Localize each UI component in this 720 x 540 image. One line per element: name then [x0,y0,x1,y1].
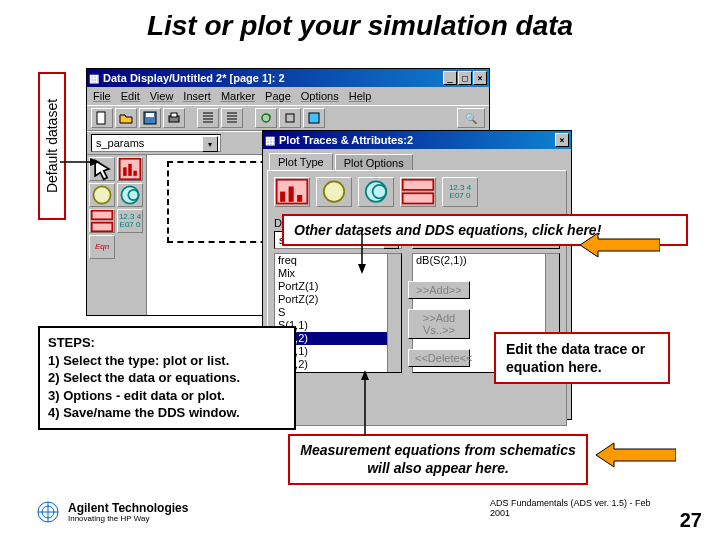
arrow-meas-eqns [350,370,380,436]
scrollbar[interactable] [387,254,401,372]
svg-marker-29 [358,264,366,274]
svg-point-13 [121,186,138,203]
polar-plot-icon[interactable] [89,183,115,207]
steps-heading: STEPS: [48,334,286,352]
svg-rect-6 [286,114,294,122]
list-item[interactable]: PortZ(2) [275,293,401,306]
zoom-icon[interactable] [279,108,301,128]
svg-rect-16 [92,223,113,232]
window-title: Data Display/Untitled 2* [page 1]: 2 [103,72,285,84]
menu-file[interactable]: File [93,90,111,102]
close-button[interactable]: × [473,71,487,85]
refresh-icon[interactable] [255,108,277,128]
logo: Agilent Technologies Innovating the HP W… [34,498,188,526]
stack-plot-icon[interactable] [89,209,115,233]
list-item[interactable]: Mix [275,267,401,280]
arrow-other-datasets [352,234,372,274]
list-item[interactable]: freq [275,254,401,267]
type-polar-icon[interactable] [316,177,352,207]
maximize-button[interactable]: □ [458,71,472,85]
add-vs-button[interactable]: >>Add Vs..>> [408,309,470,339]
menu-marker[interactable]: Marker [221,90,255,102]
toolbar-main: 🔍 [87,105,489,131]
logo-tagline: Innovating the HP Way [68,514,188,523]
default-dataset-label: Default dataset [38,72,66,220]
type-smith-icon[interactable] [358,177,394,207]
dialog-icon: ▦ [265,134,275,147]
menu-edit[interactable]: Edit [121,90,140,102]
svg-rect-20 [297,195,302,202]
svg-marker-27 [90,158,100,166]
add-button[interactable]: >>Add>> [408,281,470,299]
callout-edit-trace: Edit the data trace or equation here. [494,332,670,384]
save-icon[interactable] [139,108,161,128]
menu-insert[interactable]: Insert [183,90,211,102]
zoom-in-icon[interactable]: 🔍 [457,108,485,128]
svg-rect-18 [280,192,285,202]
steps-box: STEPS: 1) Select the type: plot or list.… [38,326,296,430]
type-list-icon[interactable]: 12.3 4 E07 0 [442,177,478,207]
svg-rect-2 [146,113,154,117]
menu-options[interactable]: Options [301,90,339,102]
new-icon[interactable] [91,108,113,128]
svg-rect-10 [128,164,131,176]
titlebar-main[interactable]: ▦ Data Display/Untitled 2* [page 1]: 2 _… [87,69,489,87]
svg-point-22 [366,182,386,202]
menu-view[interactable]: View [150,90,174,102]
smith-plot-icon[interactable] [117,183,143,207]
tab-plot-type[interactable]: Plot Type [269,153,333,170]
menu-help[interactable]: Help [349,90,372,102]
step-2: 2) Select the data or equations. [48,369,286,387]
titlebar-dialog[interactable]: ▦ Plot Traces & Attributes:2 × [263,131,571,149]
svg-point-12 [93,186,110,203]
open-icon[interactable] [115,108,137,128]
svg-rect-7 [309,113,319,123]
svg-marker-33 [596,443,676,467]
type-stack-icon[interactable] [400,177,436,207]
delete-button[interactable]: <<Delete<< [408,349,470,367]
logo-name: Agilent Technologies [68,502,188,514]
svg-marker-31 [361,370,369,380]
app-icon: ▦ [89,72,99,85]
menu-page[interactable]: Page [265,90,291,102]
callout-measurement-eqns: Measurement equations from schematics wi… [288,434,588,485]
step-4: 4) Save/name the DDS window. [48,404,286,422]
dialog-close-button[interactable]: × [555,133,569,147]
rect-plot-icon[interactable] [117,157,143,181]
dialog-title: Plot Traces & Attributes:2 [279,134,413,146]
big-arrow-right [596,440,676,470]
trace-item[interactable]: dB(S(2,1)) [413,254,559,267]
big-arrow-left [580,230,660,260]
svg-rect-15 [92,211,113,220]
plot-placeholder [167,161,277,243]
palette-main: 12.3 4 E07 0 Eqn [87,155,147,315]
dataset-dropdown-main[interactable]: s_params [91,134,221,152]
step-3: 3) Options - edit data or plot. [48,387,286,405]
page-number: 27 [680,509,702,532]
list-item[interactable]: PortZ(1) [275,280,401,293]
svg-rect-0 [97,112,105,124]
svg-point-5 [262,114,270,122]
menubar: File Edit View Insert Marker Page Option… [87,87,489,105]
list-item[interactable]: S [275,306,401,319]
svg-rect-24 [403,180,434,190]
minimize-button[interactable]: _ [443,71,457,85]
svg-rect-11 [133,171,136,176]
list-plot-icon[interactable]: 12.3 4 E07 0 [117,209,143,233]
type-rect-icon[interactable] [274,177,310,207]
list-b-icon[interactable] [221,108,243,128]
step-1: 1) Select the type: plot or list. [48,352,286,370]
svg-marker-32 [580,233,660,257]
slide-title: List or plot your simulation data [0,0,720,50]
svg-rect-9 [123,167,126,176]
svg-rect-25 [403,194,434,204]
svg-point-21 [324,182,344,202]
footnote: ADS Fundamentals (ADS ver. 1.5) - Feb 20… [490,498,660,518]
eqn-icon[interactable]: Eqn [89,235,115,259]
list-a-icon[interactable] [197,108,219,128]
tab-plot-options[interactable]: Plot Options [335,154,413,171]
svg-rect-19 [289,187,294,202]
grid-icon[interactable] [303,108,325,128]
print-icon[interactable] [163,108,185,128]
logo-icon [34,498,62,526]
